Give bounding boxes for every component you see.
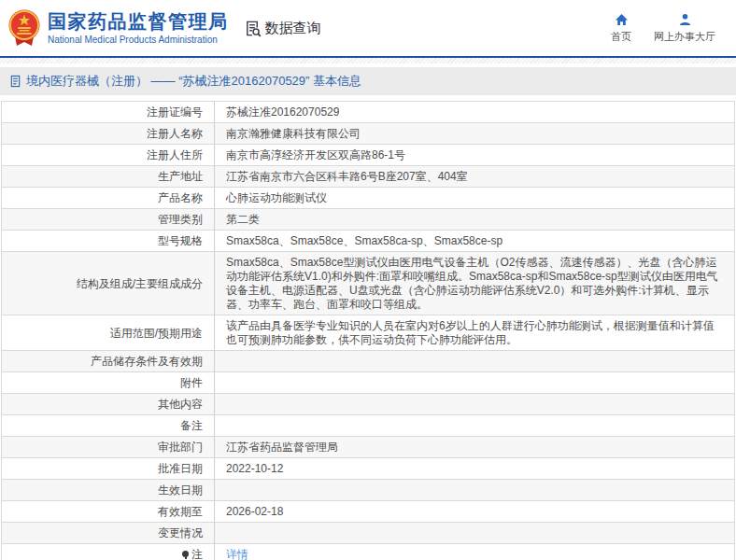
table-row: 审批部门江苏省药品监督管理局 [2,437,735,458]
nav-home[interactable]: 首页 [611,13,631,44]
row-label-text: 备注 [180,419,203,432]
row-label-text: 附件 [180,376,203,389]
row-label: 注册证编号 [2,102,215,123]
table-row: 其他内容 [2,394,735,415]
row-value-text: 南京市高淳经济开发区双高路86-1号 [226,148,405,161]
home-icon [615,13,629,26]
page-root: 国家药品监督管理局 National Medical Products Admi… [0,0,736,560]
row-label-text: 注册证编号 [147,105,203,119]
table-row: 备注 [2,415,735,437]
table-row: 生效日期 [2,480,735,501]
row-value-text: 南京瀚雅健康科技有限公司 [226,127,361,140]
row-value: 第二类 [215,209,735,231]
row-label-text: 管理类别 [158,213,203,226]
data-query-icon [244,20,262,37]
row-value-text: 该产品由具备医学专业知识的人员在室内对6岁以上的人群进行心肺功能测试，根据测量值… [226,319,715,346]
table-row: 有效期至2026-02-18 [2,501,735,523]
row-value-text: Smax58ca、Smax58ce型测试仪由医用电气设备主机（O2传感器、流速传… [226,256,718,311]
breadcrumb-text: 境内医疗器械（注册） —— “苏械注准20162070529” 基本信息 [26,73,361,90]
row-label: 附件 [2,372,215,394]
row-value [215,480,735,501]
row-label-text: 产品储存条件及有效期 [91,355,203,368]
row-label-text: 产品名称 [158,191,203,204]
row-value-text: 第二类 [226,213,260,226]
row-label-text: 型号规格 [158,234,203,247]
org-subtitle: National Medical Products Administration [48,35,229,46]
table-row: 型号规格Smax58ca、Smax58ce、Smax58ca-sp、Smax58… [2,231,735,252]
nav-service-hall-label: 网上办事大厅 [654,30,715,44]
table-row: 管理类别第二类 [2,209,735,231]
nav-service-hall[interactable]: 网上办事大厅 [654,13,715,44]
table-row: 注册人名称南京瀚雅健康科技有限公司 [2,123,735,145]
table-row: 产品名称心肺运动功能测试仪 [2,188,735,209]
info-table: 注册证编号苏械注准20162070529注册人名称南京瀚雅健康科技有限公司注册人… [1,101,735,560]
row-label: 注册人住所 [2,145,215,166]
row-value: 江苏省药品监督管理局 [215,437,735,458]
row-label: 生效日期 [2,480,215,501]
row-value: 心肺运动功能测试仪 [215,188,735,209]
row-label-text: 其他内容 [158,398,203,411]
info-table-body: 注册证编号苏械注准20162070529注册人名称南京瀚雅健康科技有限公司注册人… [2,102,735,560]
row-value [215,523,735,544]
national-emblem-logo [7,8,41,48]
table-row: 注详情 [2,544,735,560]
table-row: 注册证编号苏械注准20162070529 [2,102,735,123]
row-value [215,372,735,394]
row-label: 管理类别 [2,209,215,231]
row-label: 批准日期 [2,458,215,480]
row-label: 变更情况 [2,523,215,544]
row-value-text: 2026-02-18 [226,505,283,518]
row-value-text: 心肺运动功能测试仪 [226,191,327,204]
row-label: 备注 [2,415,215,437]
row-label: 产品储存条件及有效期 [2,351,215,372]
row-value-text: 苏械注准20162070529 [226,105,339,119]
row-label: 注 [2,544,215,560]
top-header: 国家药品监督管理局 National Medical Products Admi… [0,0,736,56]
row-label-text: 结构及组成/主要组成成分 [77,277,203,290]
table-row: 结构及组成/主要组成成分Smax58ca、Smax58ce型测试仪由医用电气设备… [2,252,735,315]
hatch-strip [0,58,736,63]
row-value-text: Smax58ca、Smax58ce、Smax58ca-sp、Smax58ce-s… [226,234,502,247]
table-row: 适用范围/预期用途该产品由具备医学专业知识的人员在室内对6岁以上的人群进行心肺功… [2,315,735,351]
row-value: 2026-02-18 [215,501,735,523]
row-label: 生产地址 [2,166,215,188]
row-value: 江苏省南京市六合区科丰路6号B座207室、404室 [215,166,735,188]
data-query-label: 数据查询 [265,20,321,37]
row-label: 产品名称 [2,188,215,209]
brand-text: 国家药品监督管理局 National Medical Products Admi… [48,10,229,46]
row-value [215,394,735,415]
top-right-nav: 首页 网上办事大厅 [611,13,721,44]
row-value: Smax58ca、Smax58ce、Smax58ca-sp、Smax58ce-s… [215,231,735,252]
person-icon [678,13,692,26]
row-label-text: 批准日期 [158,462,203,475]
row-label-text: 注册人住所 [147,148,203,161]
detail-link[interactable]: 详情 [226,548,248,560]
row-value: 该产品由具备医学专业知识的人员在室内对6岁以上的人群进行心肺功能测试，根据测量值… [215,315,735,351]
row-value [215,351,735,372]
table-row: 附件 [2,372,735,394]
table-row: 批准日期2022-10-12 [2,458,735,480]
note-bulb-icon [182,551,189,557]
row-value: 南京瀚雅健康科技有限公司 [215,123,735,145]
table-row: 注册人住所南京市高淳经济开发区双高路86-1号 [2,145,735,166]
row-label: 注册人名称 [2,123,215,145]
row-value-text: 江苏省药品监督管理局 [226,441,338,454]
row-label: 有效期至 [2,501,215,523]
row-value-text: 江苏省南京市六合区科丰路6号B座207室、404室 [226,170,468,183]
row-label-text: 审批部门 [158,441,203,454]
row-label-text: 注 [191,548,203,560]
table-row: 变更情况 [2,523,735,544]
row-label: 型号规格 [2,231,215,252]
row-label-text: 适用范围/预期用途 [110,327,203,340]
brand: 国家药品监督管理局 National Medical Products Admi… [7,8,229,48]
row-value: 南京市高淳经济开发区双高路86-1号 [215,145,735,166]
table-row: 生产地址江苏省南京市六合区科丰路6号B座207室、404室 [2,166,735,188]
row-label-text: 变更情况 [158,526,203,539]
row-label: 审批部门 [2,437,215,458]
row-label: 适用范围/预期用途 [2,315,215,351]
nav-data-query[interactable]: 数据查询 [244,20,321,37]
document-icon [9,75,21,88]
row-label-text: 注册人名称 [147,127,203,140]
row-value: 详情 [215,544,735,560]
breadcrumb: 境内医疗器械（注册） —— “苏械注准20162070529” 基本信息 [0,67,736,95]
